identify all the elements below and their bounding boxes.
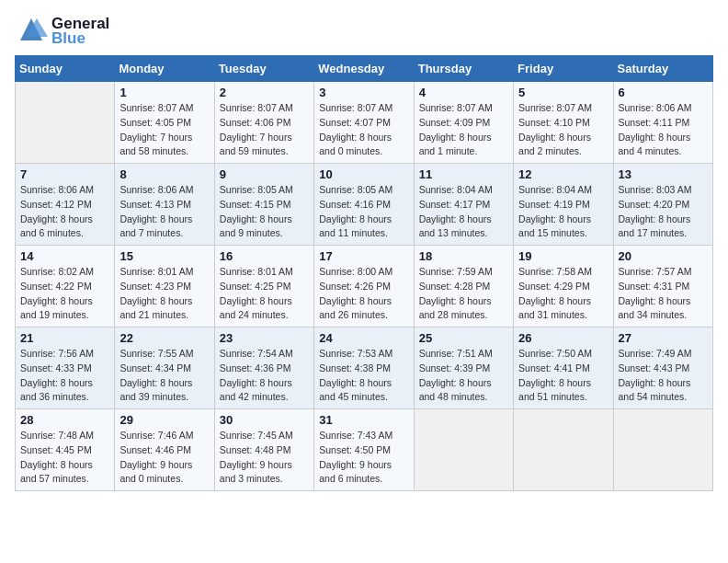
calendar-cell <box>16 82 115 164</box>
calendar-cell: 10Sunrise: 8:05 AMSunset: 4:16 PMDayligh… <box>314 164 414 246</box>
day-info: Sunrise: 8:00 AMSunset: 4:26 PMDaylight:… <box>319 265 408 323</box>
calendar-cell: 7Sunrise: 8:06 AMSunset: 4:12 PMDaylight… <box>16 164 115 246</box>
calendar-cell: 22Sunrise: 7:55 AMSunset: 4:34 PMDayligh… <box>115 327 214 409</box>
header-monday: Monday <box>115 56 214 82</box>
day-number: 9 <box>220 167 309 181</box>
calendar-week-row: 28Sunrise: 7:48 AMSunset: 4:45 PMDayligh… <box>16 409 713 491</box>
day-info: Sunrise: 8:01 AMSunset: 4:25 PMDaylight:… <box>220 265 309 323</box>
day-info: Sunrise: 7:58 AMSunset: 4:29 PMDaylight:… <box>518 265 608 323</box>
calendar-cell: 8Sunrise: 8:06 AMSunset: 4:13 PMDaylight… <box>115 164 214 246</box>
header-sunday: Sunday <box>16 56 115 82</box>
calendar-cell: 5Sunrise: 8:07 AMSunset: 4:10 PMDaylight… <box>514 82 613 164</box>
day-number: 22 <box>119 331 209 345</box>
day-number: 12 <box>518 167 608 181</box>
calendar-header-row: SundayMondayTuesdayWednesdayThursdayFrid… <box>16 56 713 82</box>
day-number: 4 <box>419 86 508 99</box>
day-number: 25 <box>419 331 508 345</box>
calendar-cell: 29Sunrise: 7:46 AMSunset: 4:46 PMDayligh… <box>115 409 214 491</box>
calendar-cell: 9Sunrise: 8:05 AMSunset: 4:15 PMDaylight… <box>214 164 313 246</box>
day-info: Sunrise: 8:07 AMSunset: 4:09 PMDaylight:… <box>419 101 508 159</box>
day-number: 6 <box>619 86 708 99</box>
day-info: Sunrise: 7:53 AMSunset: 4:38 PMDaylight:… <box>319 347 408 405</box>
calendar-cell <box>414 409 513 491</box>
day-number: 3 <box>319 86 408 99</box>
calendar-cell: 18Sunrise: 7:59 AMSunset: 4:28 PMDayligh… <box>414 246 513 327</box>
calendar-cell: 4Sunrise: 8:07 AMSunset: 4:09 PMDaylight… <box>414 82 513 164</box>
day-number: 7 <box>20 167 109 181</box>
day-info: Sunrise: 8:06 AMSunset: 4:11 PMDaylight:… <box>619 101 708 159</box>
calendar-cell: 13Sunrise: 8:03 AMSunset: 4:20 PMDayligh… <box>613 164 712 246</box>
calendar-cell: 3Sunrise: 8:07 AMSunset: 4:07 PMDaylight… <box>314 82 414 164</box>
logo: General Blue <box>15 15 109 48</box>
day-number: 31 <box>319 413 408 427</box>
day-number: 17 <box>319 249 408 263</box>
calendar-cell: 27Sunrise: 7:49 AMSunset: 4:43 PMDayligh… <box>613 327 712 409</box>
calendar-cell: 21Sunrise: 7:56 AMSunset: 4:33 PMDayligh… <box>16 327 115 409</box>
calendar-cell: 31Sunrise: 7:43 AMSunset: 4:50 PMDayligh… <box>314 409 414 491</box>
day-number: 14 <box>20 249 109 263</box>
day-number: 19 <box>518 249 608 263</box>
day-number: 13 <box>619 167 708 181</box>
calendar-week-row: 14Sunrise: 8:02 AMSunset: 4:22 PMDayligh… <box>16 246 713 327</box>
day-info: Sunrise: 7:59 AMSunset: 4:28 PMDaylight:… <box>419 265 508 323</box>
day-info: Sunrise: 7:49 AMSunset: 4:43 PMDaylight:… <box>619 347 708 405</box>
day-number: 27 <box>619 331 708 345</box>
page-header: General Blue <box>15 15 713 48</box>
calendar-cell <box>514 409 613 491</box>
day-number: 8 <box>119 167 209 181</box>
calendar-table: SundayMondayTuesdayWednesdayThursdayFrid… <box>15 55 713 491</box>
calendar-week-row: 21Sunrise: 7:56 AMSunset: 4:33 PMDayligh… <box>16 327 713 409</box>
calendar-cell: 11Sunrise: 8:04 AMSunset: 4:17 PMDayligh… <box>414 164 513 246</box>
header-friday: Friday <box>514 56 613 82</box>
day-info: Sunrise: 8:07 AMSunset: 4:05 PMDaylight:… <box>119 101 209 159</box>
day-number: 24 <box>319 331 408 345</box>
calendar-cell <box>613 409 712 491</box>
day-number: 21 <box>20 331 109 345</box>
header-tuesday: Tuesday <box>214 56 313 82</box>
day-number: 23 <box>220 331 309 345</box>
day-info: Sunrise: 8:07 AMSunset: 4:06 PMDaylight:… <box>220 101 309 159</box>
calendar-cell: 12Sunrise: 8:04 AMSunset: 4:19 PMDayligh… <box>514 164 613 246</box>
header-wednesday: Wednesday <box>314 56 414 82</box>
header-thursday: Thursday <box>414 56 513 82</box>
day-info: Sunrise: 7:54 AMSunset: 4:36 PMDaylight:… <box>220 347 309 405</box>
calendar-cell: 17Sunrise: 8:00 AMSunset: 4:26 PMDayligh… <box>314 246 414 327</box>
day-info: Sunrise: 8:01 AMSunset: 4:23 PMDaylight:… <box>119 265 209 323</box>
calendar-cell: 26Sunrise: 7:50 AMSunset: 4:41 PMDayligh… <box>514 327 613 409</box>
day-info: Sunrise: 8:07 AMSunset: 4:10 PMDaylight:… <box>518 101 608 159</box>
day-info: Sunrise: 8:04 AMSunset: 4:19 PMDaylight:… <box>518 183 608 241</box>
day-number: 20 <box>619 249 708 263</box>
day-number: 15 <box>119 249 209 263</box>
calendar-cell: 16Sunrise: 8:01 AMSunset: 4:25 PMDayligh… <box>214 246 313 327</box>
calendar-week-row: 1Sunrise: 8:07 AMSunset: 4:05 PMDaylight… <box>16 82 713 164</box>
calendar-week-row: 7Sunrise: 8:06 AMSunset: 4:12 PMDaylight… <box>16 164 713 246</box>
header-saturday: Saturday <box>613 56 712 82</box>
day-info: Sunrise: 7:57 AMSunset: 4:31 PMDaylight:… <box>619 265 708 323</box>
calendar-cell: 14Sunrise: 8:02 AMSunset: 4:22 PMDayligh… <box>16 246 115 327</box>
calendar-cell: 6Sunrise: 8:06 AMSunset: 4:11 PMDaylight… <box>613 82 712 164</box>
day-info: Sunrise: 8:05 AMSunset: 4:15 PMDaylight:… <box>220 183 309 241</box>
calendar-cell: 23Sunrise: 7:54 AMSunset: 4:36 PMDayligh… <box>214 327 313 409</box>
day-number: 2 <box>220 86 309 99</box>
day-info: Sunrise: 7:46 AMSunset: 4:46 PMDaylight:… <box>119 429 209 487</box>
day-number: 28 <box>20 413 109 427</box>
day-info: Sunrise: 7:51 AMSunset: 4:39 PMDaylight:… <box>419 347 508 405</box>
day-number: 30 <box>220 413 309 427</box>
day-number: 5 <box>518 86 608 99</box>
calendar-cell: 19Sunrise: 7:58 AMSunset: 4:29 PMDayligh… <box>514 246 613 327</box>
day-info: Sunrise: 8:06 AMSunset: 4:13 PMDaylight:… <box>119 183 209 241</box>
day-info: Sunrise: 8:02 AMSunset: 4:22 PMDaylight:… <box>20 265 109 323</box>
day-number: 1 <box>119 86 209 99</box>
calendar-cell: 20Sunrise: 7:57 AMSunset: 4:31 PMDayligh… <box>613 246 712 327</box>
day-info: Sunrise: 8:04 AMSunset: 4:17 PMDaylight:… <box>419 183 508 241</box>
day-number: 29 <box>119 413 209 427</box>
logo-icon <box>15 15 48 48</box>
calendar-cell: 2Sunrise: 8:07 AMSunset: 4:06 PMDaylight… <box>214 82 313 164</box>
calendar-cell: 1Sunrise: 8:07 AMSunset: 4:05 PMDaylight… <box>115 82 214 164</box>
day-info: Sunrise: 7:50 AMSunset: 4:41 PMDaylight:… <box>518 347 608 405</box>
day-info: Sunrise: 7:43 AMSunset: 4:50 PMDaylight:… <box>319 429 408 487</box>
calendar-cell: 30Sunrise: 7:45 AMSunset: 4:48 PMDayligh… <box>214 409 313 491</box>
day-info: Sunrise: 8:06 AMSunset: 4:12 PMDaylight:… <box>20 183 109 241</box>
calendar-cell: 25Sunrise: 7:51 AMSunset: 4:39 PMDayligh… <box>414 327 513 409</box>
day-info: Sunrise: 7:55 AMSunset: 4:34 PMDaylight:… <box>119 347 209 405</box>
